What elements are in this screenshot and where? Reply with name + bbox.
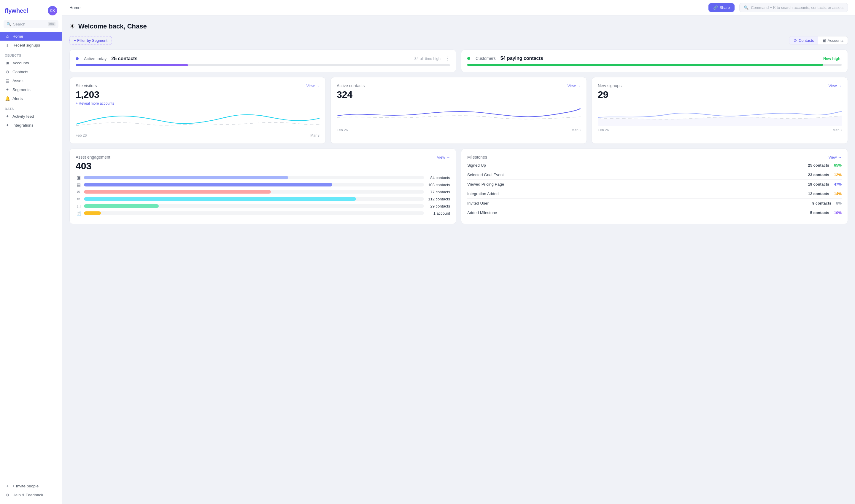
bar-icon: ✏ [76,197,82,201]
bar-icon: ▢ [76,204,82,209]
sidebar-bottom: + + Invite people ⊙ Help & Feedback [0,479,62,499]
customers-label: Customers [475,56,496,61]
asset-engagement-value: 403 [76,161,450,172]
activity-icon: ✦ [5,114,10,119]
active-contacts-chart [337,103,580,126]
search-placeholder: Command + K to search accounts, contacts… [751,5,843,10]
stat-card-active-contacts: Active contacts View → 324 Feb 26 Mar 3 [331,77,587,144]
sidebar-search[interactable]: 🔍 Search ⌘K [3,20,58,28]
bar-track [84,204,424,208]
sidebar-item-help[interactable]: ⊙ Help & Feedback [0,490,62,499]
date-start: Feb 26 [76,133,87,138]
stat-view-link[interactable]: View → [828,84,842,88]
milestone-name: Signed Up [467,163,808,167]
asset-engagement-card: Asset engagement View → 403 ▣ 84 contact… [69,148,456,224]
date-end: Mar 3 [571,128,580,132]
reveal-accounts-link[interactable]: + Reveal more accounts [76,102,319,106]
asset-engagement-bars: ▣ 84 contacts ▤ 103 contacts ✉ 77 contac… [76,175,450,216]
milestone-contacts: 9 contacts [812,201,831,205]
share-icon: 🔗 [713,5,718,10]
stat-value: 324 [337,89,580,100]
milestone-row: Signed Up 25 contacts 65% [467,161,842,170]
stat-label: Active contacts [337,83,365,88]
stat-card-new-signups: New signups View → 29 Feb 26 Mar 3 [592,77,848,144]
milestones-view[interactable]: View → [828,155,842,160]
toggle-contacts-button[interactable]: ⊙ Contacts [789,36,818,44]
sidebar-item-contacts[interactable]: ⊙ Contacts [0,67,62,76]
objects-section-label: Objects [0,50,62,58]
milestone-contacts: 5 contacts [810,211,829,215]
customers-progress-track [467,64,842,66]
stat-value: 1,203 [76,89,319,100]
customers-high: New high! [823,56,842,61]
bar-fill [84,176,288,179]
milestone-row: Invited User 9 contacts 8% [467,199,842,208]
bar-track [84,190,424,194]
toggle-accounts-button[interactable]: ▣ Accounts [818,36,848,44]
sidebar-item-label: Assets [13,78,24,83]
milestone-contacts: 25 contacts [808,163,829,167]
bar-row: ▤ 103 contacts [76,182,450,187]
asset-engagement-view[interactable]: View → [437,155,450,160]
bar-fill [84,190,271,194]
date-end: Mar 3 [833,128,842,132]
customers-count: 54 paying contacts [501,56,543,61]
milestone-row: Selected Goal Event 23 contacts 12% [467,170,842,180]
global-search[interactable]: 🔍 Command + K to search accounts, contac… [739,3,848,12]
active-today-high: 84 all-time high [415,56,440,61]
milestone-pct: 8% [836,201,842,205]
customers-progress-bar [467,64,823,66]
share-button[interactable]: 🔗 Share [709,3,735,12]
bar-label: 84 contacts [426,176,450,180]
stat-view-link[interactable]: View → [567,84,580,88]
sidebar-item-home[interactable]: ⌂ Home [0,32,62,41]
sidebar: flywheel CK 🔍 Search ⌘K ⌂ Home ◫ Recent … [0,0,62,504]
sidebar-item-invite[interactable]: + + Invite people [0,482,62,490]
contacts-icon: ⊙ [5,69,10,74]
milestone-name: Selected Goal Event [467,173,808,177]
sidebar-item-recent-signups[interactable]: ◫ Recent signups [0,41,62,50]
topbar: Home 🔗 Share 🔍 Command + K to search acc… [62,0,855,15]
stat-value: 29 [598,89,842,100]
stat-label: New signups [598,83,622,88]
active-dot [76,57,78,60]
welcome-header: ☀ Welcome back, Chase [69,22,848,30]
sidebar-item-assets[interactable]: ▤ Assets [0,76,62,85]
bar-label: 1 account [426,211,450,216]
more-icon: ⋮ [445,56,450,61]
bar-row: ✉ 77 contacts [76,190,450,194]
filter-by-segment-button[interactable]: + Filter by Segment [69,36,112,45]
bar-fill [84,197,356,201]
bar-label: 103 contacts [426,183,450,187]
sidebar-item-segments[interactable]: ✦ Segments [0,85,62,94]
customers-dot [467,57,470,60]
bar-fill [84,183,332,186]
data-section-label: Data [0,103,62,112]
sidebar-item-integrations[interactable]: ✦ Integrations [0,121,62,129]
bar-track [84,211,424,215]
milestone-pct: 14% [834,192,842,196]
milestone-contacts: 12 contacts [808,192,829,196]
sidebar-item-label: Segments [13,88,31,92]
active-today-label: Active today [84,56,106,61]
sidebar-item-accounts[interactable]: ▣ Accounts [0,58,62,67]
contacts-toggle-icon: ⊙ [793,38,797,43]
stats-row: Site visitors View → 1,203 + Reveal more… [69,77,848,144]
milestone-row: Integration Added 12 contacts 14% [467,189,842,199]
sidebar-item-label: Alerts [13,96,23,101]
date-end: Mar 3 [310,133,319,138]
main-area: Home 🔗 Share 🔍 Command + K to search acc… [62,0,855,504]
summary-cards-row: Active today 25 contacts 84 all-time hig… [69,50,848,72]
stat-view-link[interactable]: View → [306,84,319,88]
active-progress-bar [76,64,188,66]
avatar[interactable]: CK [48,6,57,15]
sidebar-item-activity-feed[interactable]: ✦ Activity feed [0,112,62,121]
bar-icon: ▤ [76,182,82,187]
welcome-title: Welcome back, Chase [78,22,147,30]
customers-card: Customers 54 paying contacts New high! [461,50,848,72]
stat-card-site-visitors: Site visitors View → 1,203 + Reveal more… [69,77,326,144]
content-area: ☀ Welcome back, Chase + Filter by Segmen… [62,15,855,504]
sidebar-item-alerts[interactable]: 🔔 Alerts [0,94,62,103]
sidebar-item-label: Recent signups [13,43,40,48]
search-kbd: ⌘K [48,22,55,26]
